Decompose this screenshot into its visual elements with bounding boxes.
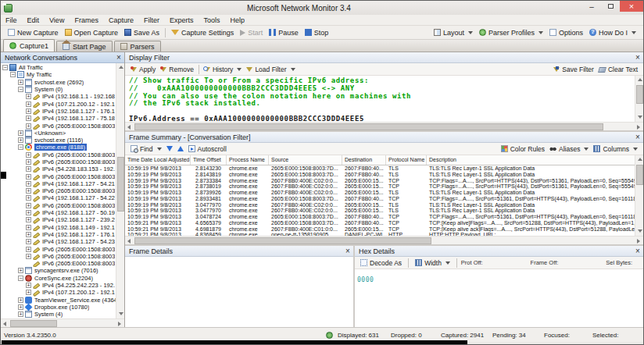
expand-icon[interactable] [26,203,31,208]
tree-item[interactable]: CoreSync.exe (12204) [1,275,116,282]
tree-item[interactable]: IPv4 (192.168.1.127 - 54.23 [1,238,116,245]
scroll-down-icon[interactable] [635,227,643,236]
scroll-up-icon[interactable] [116,63,124,72]
collapse-icon[interactable] [18,276,23,281]
tree-item[interactable]: IPv6 (2605:E000:1508:8003 [1,202,116,209]
expand-icon[interactable] [26,239,31,244]
expand-icon[interactable] [26,94,31,99]
tree-item[interactable]: IPv6 (2605:E000:1508:8003 [1,158,116,165]
expand-icon[interactable] [26,210,31,215]
close-panel-icon[interactable] [113,53,124,62]
expand-icon[interactable] [26,217,31,222]
aliases-button[interactable]: Aliases [547,144,591,155]
tree-item[interactable]: IPv4 (54.225.242.223 - 192. [1,282,116,289]
hex-details-body[interactable]: 0000 [355,269,643,327]
tree-item[interactable]: svchost.exe (1116) [1,137,116,144]
scroll-thumb[interactable] [117,157,124,212]
scroll-thumb[interactable] [636,165,643,185]
column-header-source[interactable]: Source [269,155,342,165]
column-header-time-offset[interactable]: Time Offset [191,155,227,165]
expand-icon[interactable] [26,188,31,194]
menu-tools[interactable]: Tools [203,16,220,24]
find-previous-button[interactable] [175,144,186,155]
remove-button[interactable]: Remove [158,64,196,75]
tree-item[interactable]: IPv6 (2605:E000:1508:8003 [1,122,116,129]
expand-icon[interactable] [18,130,23,136]
tree-item[interactable]: IPv4 (192.168.1.127 - 176.1 [1,108,116,115]
load-filter-button[interactable]: Load Filter [244,64,297,75]
column-header-process-name[interactable]: Process Name [227,155,269,165]
scroll-up-icon[interactable] [635,155,643,164]
expand-icon[interactable] [18,268,23,273]
find-next-button[interactable] [164,144,175,155]
autoscroll-button[interactable]: Autoscroll [186,144,229,155]
expand-icon[interactable] [26,101,31,107]
tree-vscrollbar[interactable] [116,63,124,318]
minimize-button[interactable] [582,1,601,12]
table-row[interactable]: 10:59:19 PM 9/8/20133.0477970chrome.exe2… [125,202,635,208]
frames-hscrollbar[interactable] [125,236,643,244]
column-header-protocol-name[interactable]: Protocol Name [386,155,427,165]
close-panel-icon[interactable] [632,53,643,62]
expand-icon[interactable] [26,283,31,288]
column-header-description[interactable]: Description [427,155,635,165]
tree-item[interactable]: IPv4 (192.168.1.149 - 192.1 [1,224,116,231]
table-row[interactable]: 10:59:19 PM 9/8/20132.8143819chrome.exe2… [125,172,635,178]
tree-item[interactable]: IPv6 (2605:E000:1508:8003 [1,151,116,158]
tab-capture1[interactable]: Capture1 [3,39,55,52]
parser-profiles-button[interactable]: Parser Profiles [476,27,546,39]
menu-view[interactable]: View [49,16,64,24]
collapse-icon[interactable] [10,72,16,77]
open-capture-button[interactable]: Open Capture [62,27,122,39]
expand-icon[interactable] [26,166,31,172]
options-button[interactable]: Options [546,27,586,39]
expand-icon[interactable] [18,137,23,143]
tree-item[interactable]: IPv6 (2605:E000:1508:8003 [1,260,116,267]
expand-icon[interactable] [26,108,31,114]
tree-item[interactable]: chrome.exe (8188) [1,144,116,151]
collapse-icon[interactable] [18,144,23,150]
scroll-left-icon[interactable] [125,123,134,131]
filter-vscrollbar[interactable] [635,76,643,122]
tree-item[interactable]: svchost.exe (2692) [1,79,116,86]
menu-capture[interactable]: Capture [109,16,134,24]
expand-icon[interactable] [26,116,31,121]
scroll-up-icon[interactable] [635,76,643,84]
table-row[interactable]: 10:59:19 PM 9/8/20132.8733384chrome.exe2… [125,178,635,184]
expand-icon[interactable] [26,195,31,201]
width-button[interactable]: Width [413,258,453,269]
filter-editor[interactable]: // Show traffic To or From a specific IP… [125,76,635,122]
menu-frames[interactable]: Frames [74,16,98,24]
tree-item[interactable]: All Traffic [1,64,116,71]
frames-vscrollbar[interactable] [635,155,643,236]
tree-item[interactable]: IPv4 (192.168.1.127 - 176.1 [1,231,116,238]
expand-icon[interactable] [26,181,31,187]
maximize-button[interactable] [601,1,620,12]
tree-item[interactable]: IPv6 (2605:E000:1508:8003 [1,172,116,180]
color-rules-button[interactable]: Color Rules [499,144,547,155]
table-row[interactable]: 10:59:19 PM 9/8/20133.0478724chrome.exe2… [125,214,635,220]
table-row[interactable]: 10:59:19 PM 9/8/20132.8143230chrome.exe2… [125,165,635,172]
close-panel-icon[interactable] [632,247,643,255]
expand-icon[interactable] [26,232,31,237]
tree-item[interactable]: IPv6 (2605:E000:1508:8003 [1,245,116,252]
decode-as-button[interactable]: Decode As [358,258,404,269]
expand-icon[interactable] [26,225,31,230]
expand-icon[interactable] [26,247,31,252]
tree-item[interactable]: IPv6 (2605:E000:1508:8003 [1,253,116,260]
tree-hscrollbar[interactable] [1,318,124,327]
table-row[interactable]: 10:59:19 PM 9/8/20132.8933481chrome.exe2… [125,196,635,202]
close-button[interactable] [620,1,643,12]
tab-start-page[interactable]: Start Page [56,41,113,52]
find-button[interactable]: Find [128,144,164,155]
menu-help[interactable]: Help [230,16,245,24]
how-do-i-button[interactable]: How Do I [586,27,639,39]
scroll-left-icon[interactable] [125,237,134,245]
expand-icon[interactable] [26,174,31,180]
scroll-thumb[interactable] [10,320,57,327]
scroll-down-icon[interactable] [116,310,124,318]
columns-button[interactable]: Columns [591,144,640,155]
save-as-button[interactable]: Save As [121,27,163,39]
scroll-thumb[interactable] [134,237,431,244]
layout-button[interactable]: Layout [431,27,476,39]
